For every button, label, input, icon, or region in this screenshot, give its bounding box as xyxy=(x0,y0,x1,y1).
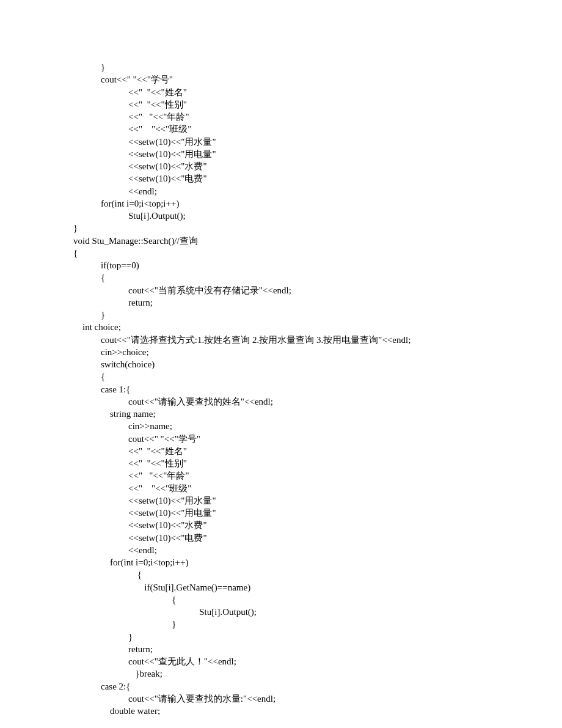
code-line: <<" "<<"班级" xyxy=(73,124,191,134)
code-line: cin>>choice; xyxy=(73,347,149,357)
code-line: cout<<"请输入要查找的姓名"<<endl; xyxy=(73,397,273,406)
code-line: <<setw(10)<<"用电量" xyxy=(73,508,216,518)
code-line: } xyxy=(73,619,176,629)
code-line: <<endl; xyxy=(73,186,157,196)
code-line: } xyxy=(73,632,133,642)
code-line: if(Stu[i].GetName()==name) xyxy=(73,583,250,592)
code-line: cout<<"查无此人！"<<endl; xyxy=(73,656,236,666)
code-line: { xyxy=(73,595,176,605)
code-line: Stu[i].Output(); xyxy=(73,607,257,617)
code-line: cout<<"请选择查找方式:1.按姓名查询 2.按用水量查询 3.按用电量查询… xyxy=(73,335,411,345)
code-line: <<setw(10)<<"用水量" xyxy=(73,496,216,506)
code-line: <<" "<<"姓名" xyxy=(73,446,187,456)
code-line: <<setw(10)<<"用电量" xyxy=(73,149,216,159)
code-line: <<" "<<"性别" xyxy=(73,100,187,109)
code-line: <<setw(10)<<"电费" xyxy=(73,533,207,543)
code-line: { xyxy=(73,570,142,579)
code-line: void Stu_Manage::Search()//查询 xyxy=(73,236,198,246)
code-line: int choice; xyxy=(73,322,121,332)
code-line: <<setw(10)<<"水费" xyxy=(73,520,207,530)
code-line: } xyxy=(73,223,78,233)
code-line: } xyxy=(73,310,105,320)
code-line: if(top==0) xyxy=(73,260,139,270)
code-line: <<endl; xyxy=(73,545,157,555)
code-line: return; xyxy=(73,298,153,307)
code-line: <<" "<<"班级" xyxy=(73,483,191,493)
code-line: cin>>name; xyxy=(73,421,172,431)
code-line: <<" "<<"性别" xyxy=(73,458,187,468)
code-line: switch(choice) xyxy=(73,359,155,369)
code-line: for(int i=0;i<top;i++) xyxy=(73,557,188,567)
code-line: }break; xyxy=(73,669,162,678)
code-line: <<" "<<"姓名" xyxy=(73,87,187,97)
code-document: } cout<<" "<<"学号" <<" "<<"姓名" <<" "<<"性别… xyxy=(0,0,562,728)
code-line: } xyxy=(73,62,105,72)
code-line: return; xyxy=(73,644,153,654)
code-line: { xyxy=(73,372,105,381)
code-line: case 2:{ xyxy=(73,682,130,691)
code-line: cout<<" "<<"学号" xyxy=(73,75,173,84)
code-line: <<" "<<"年龄" xyxy=(73,471,189,480)
code-line: <<" "<<"年龄" xyxy=(73,112,189,122)
code-line: <<setw(10)<<"水费" xyxy=(73,161,207,171)
code-line: string name; xyxy=(73,409,156,419)
code-line: <<setw(10)<<"电费" xyxy=(73,174,207,183)
code-line: <<setw(10)<<"用水量" xyxy=(73,137,216,147)
code-line: { xyxy=(73,248,78,258)
code-line: for(int i=0;i<top;i++) xyxy=(73,199,179,208)
code-line: cout<<"请输入要查找的水量:"<<endl; xyxy=(73,694,276,704)
code-line: case 1:{ xyxy=(73,384,130,394)
code-line: Stu[i].Output(); xyxy=(73,211,186,221)
code-line: cout<<" "<<"学号" xyxy=(73,434,200,444)
code-line: { xyxy=(73,273,105,282)
code-line: cout<<"当前系统中没有存储记录"<<endl; xyxy=(73,285,291,295)
code-line: double water; xyxy=(73,706,160,716)
